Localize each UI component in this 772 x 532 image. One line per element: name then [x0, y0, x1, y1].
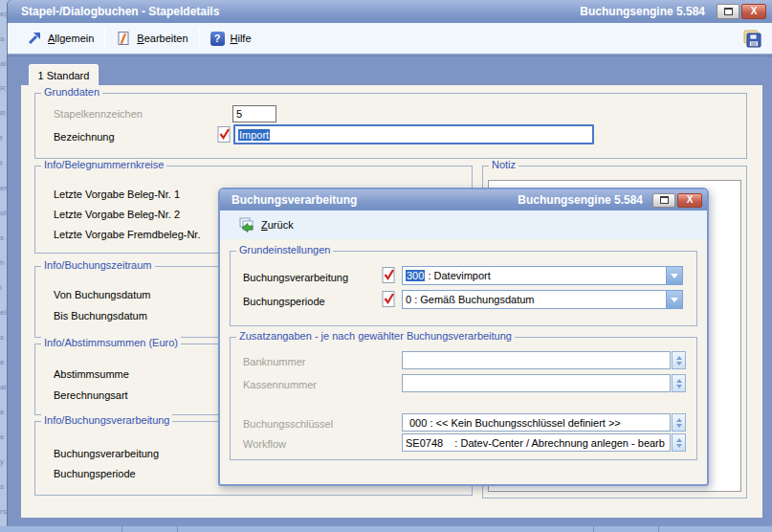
group-caption: Zusatzangaben - je nach gewählter Buchun…	[236, 330, 515, 342]
dropdown-button[interactable]	[666, 267, 682, 284]
combo-selected-text: 300	[406, 270, 425, 281]
group-caption: Notiz	[489, 159, 518, 170]
tab-label: 1 Standard	[38, 70, 90, 81]
buchungsperiode-label: Buchungsperiode	[243, 296, 325, 307]
group-grundeinstellungen: Grundeinstellungen Buchungsverarbeitung …	[230, 251, 697, 326]
toolbar-separator	[199, 28, 200, 49]
dialog-restore-button[interactable]	[652, 193, 675, 208]
row-label: Abstimmsumme	[54, 368, 129, 380]
main-toolbar: Allgemein Bearbeiten ? Hilfe	[8, 23, 772, 55]
banknummer-value[interactable]	[402, 351, 671, 369]
spin-down-icon	[676, 362, 682, 366]
workflow-value[interactable]: SE0748 : Datev-Center / Abrechnung anleg…	[402, 433, 671, 452]
workflow-spinfield[interactable]: SE0748 : Datev-Center / Abrechnung anleg…	[402, 433, 686, 452]
spinner-buttons[interactable]	[672, 413, 686, 432]
zurueck-button[interactable]: Zurück	[232, 213, 301, 236]
zurueck-label: Zurück	[261, 219, 294, 231]
row-label: Letzte Vorgabe Beleg-Nr. 2	[54, 209, 180, 220]
buchungsschluessel-spinfield[interactable]: 000 : << Kein Buchungsschlüssel definier…	[402, 413, 686, 432]
spin-up-icon	[676, 418, 682, 422]
spin-down-icon	[676, 444, 682, 448]
arrow-up-right-icon	[27, 31, 42, 46]
row-label: Buchungsverarbeitung	[54, 448, 159, 459]
row-label: Buchungsperiode	[54, 468, 136, 479]
toolbar-separator	[104, 28, 105, 49]
background-bottom-strip	[0, 526, 772, 532]
group-caption: Info/Buchungszeitraum	[41, 259, 155, 271]
group-zusatzangaben: Zusatzangaben - je nach gewählter Buchun…	[230, 337, 697, 460]
engine-version-label: Buchungsengine 5.584	[580, 5, 705, 18]
required-check-icon[interactable]	[382, 290, 396, 308]
combo-text: : Datevimport	[425, 270, 490, 281]
dialog-close-button[interactable]: X	[677, 193, 702, 208]
dropdown-button[interactable]	[666, 291, 682, 308]
group-caption: Info/Buchungsverarbeitung	[41, 414, 172, 426]
save-button[interactable]	[740, 27, 764, 51]
stapelkennzeichen-value: 5	[236, 108, 242, 120]
buchungsschluessel-label: Buchungsschlüssel	[243, 418, 333, 430]
chevron-down-icon	[671, 274, 678, 278]
engine-version-label: Buchungsengine 5.584	[518, 193, 643, 207]
edit-document-icon	[116, 31, 131, 46]
stapelkennzeichen-field[interactable]: 5	[232, 105, 276, 122]
dialog-toolbar: Zurück	[220, 211, 707, 239]
buchungsverarbeitung-combobox[interactable]: 300 : Datevimport	[402, 266, 683, 285]
spinner-buttons[interactable]	[672, 374, 686, 392]
row-label: Bis Buchungsdatum	[54, 310, 147, 321]
restore-button[interactable]	[717, 4, 739, 19]
help-question-icon: ?	[210, 32, 225, 46]
spin-up-icon	[676, 438, 682, 442]
divider	[658, 526, 659, 532]
group-caption: Info/Abstimmsummen (Euro)	[41, 337, 181, 348]
divider	[121, 526, 122, 532]
dialog-title: Buchungsverarbeitung	[232, 193, 357, 207]
spinner-buttons[interactable]	[672, 433, 686, 452]
spin-down-icon	[676, 424, 682, 428]
bezeichnung-input[interactable]: Import	[233, 124, 594, 144]
save-floppy-icon	[742, 29, 762, 49]
banknummer-spinfield[interactable]	[402, 351, 686, 369]
required-check-icon[interactable]	[382, 266, 396, 284]
restore-icon	[724, 8, 733, 15]
close-button[interactable]: X	[741, 4, 766, 19]
workflow-label: Workflow	[243, 438, 286, 450]
row-label: Von Buchungsdatum	[54, 289, 151, 300]
group-caption: Grundeinstellungen	[236, 244, 333, 255]
kassennummer-spinfield[interactable]	[402, 374, 686, 392]
buchungsschluessel-value[interactable]: 000 : << Kein Buchungsschlüssel definier…	[402, 413, 671, 432]
bearbeiten-button[interactable]: Bearbeiten	[108, 27, 195, 50]
buchungsverarbeitung-dialog: Buchungsverarbeitung Buchungsengine 5.58…	[218, 188, 709, 486]
bezeichnung-label: Bezeichnung	[54, 131, 115, 143]
allgemein-button[interactable]: Allgemein	[19, 27, 101, 50]
kassennummer-label: Kassennummer	[243, 379, 317, 390]
window-title: Stapel-/Dialogbuchen - Stapeldetails	[21, 5, 219, 18]
combo-text: 0 : Gemäß Buchungsdatum	[406, 294, 535, 305]
spinner-buttons[interactable]	[672, 351, 686, 369]
tab-standard[interactable]: 1 Standard	[29, 64, 99, 86]
buchungsverarbeitung-label: Buchungsverarbeitung	[243, 272, 348, 283]
bearbeiten-label: Bearbeiten	[137, 33, 187, 44]
row-label: Berechnungsart	[54, 389, 128, 401]
group-caption: Info/Belegnummernkreise	[41, 159, 166, 170]
hilfe-label: Hilfe	[231, 33, 252, 44]
bezeichnung-value: Import	[238, 129, 270, 141]
back-arrow-icon	[239, 217, 255, 233]
stapelkennzeichen-label: Stapelkennzeichen	[54, 108, 143, 120]
group-grunddaten: Grunddaten Stapelkennzeichen 5 Bezeichnu…	[34, 93, 747, 159]
buchungsperiode-combobox[interactable]: 0 : Gemäß Buchungsdatum	[402, 290, 683, 309]
chevron-down-icon	[671, 298, 678, 302]
spin-down-icon	[676, 385, 682, 388]
group-caption: Grunddaten	[41, 86, 102, 98]
row-label: Letzte Vorgabe Beleg-Nr. 1	[54, 188, 180, 200]
banknummer-label: Banknummer	[243, 356, 305, 367]
divider	[593, 526, 594, 532]
main-titlebar: Stapel-/Dialogbuchen - Stapeldetails Buc…	[8, 0, 772, 23]
hilfe-button[interactable]: ? Hilfe	[203, 28, 259, 50]
row-label: Letzte Vorgabe Fremdbeleg-Nr.	[54, 229, 200, 240]
required-check-icon[interactable]	[217, 125, 232, 144]
spin-up-icon	[676, 356, 682, 360]
dialog-titlebar: Buchungsverarbeitung Buchungsengine 5.58…	[220, 189, 707, 211]
allgemein-label: Allgemein	[48, 33, 94, 44]
kassennummer-value[interactable]	[402, 374, 671, 392]
divider	[177, 526, 178, 532]
